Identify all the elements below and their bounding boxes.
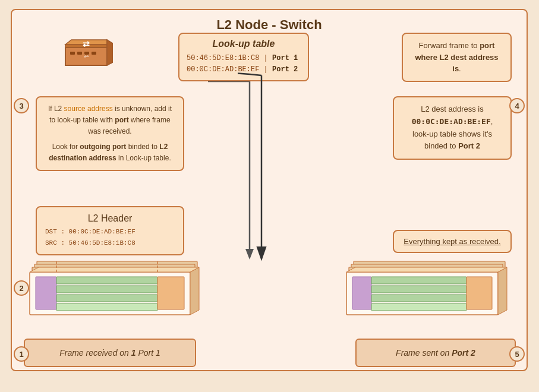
right-frame-stack [341,260,516,337]
l2-header-box: L2 Header DST : 00:0C:DE:AD:BE:EF SRC : … [36,206,184,255]
svg-rect-22 [157,277,184,309]
step-5-circle: 5 [509,346,525,362]
svg-rect-32 [371,277,466,284]
svg-marker-30 [346,267,507,272]
l2-header-title: L2 Header [45,213,175,224]
svg-rect-31 [352,277,371,309]
main-container: L2 Node - Switch ⇄ ⇄ Look-up table 50:46… [11,9,528,371]
lookup-entry-2: 00:0C:DE:AD:BE:EF | Port 2 [187,64,301,75]
bottom-right-label: Frame sent on Port 2 [355,339,516,367]
step3-box: If L2 source address is unknown, add it … [36,96,184,171]
lookup-table-box: Look-up table 50:46:5D:E8:1B:C8 | Port 1… [178,33,309,81]
svg-rect-9 [92,52,96,55]
svg-rect-8 [84,52,89,55]
switch-icon: ⇄ ⇄ [59,33,113,71]
step-4-circle: 4 [509,98,525,113]
forward-box: Forward frame to port where L2 dest addr… [402,33,512,82]
svg-rect-7 [77,52,82,55]
svg-rect-33 [371,286,466,293]
curved-arrow [238,69,285,271]
svg-rect-20 [56,295,157,302]
kept-box: Everything kept as received. [393,230,512,253]
svg-rect-19 [56,286,157,293]
svg-marker-10 [245,249,254,260]
l2-header-src: SRC : 50:46:5D:E8:1B:C8 [45,238,175,249]
step-3-circle: 3 [14,98,29,113]
svg-rect-21 [56,304,157,311]
svg-rect-17 [36,277,56,309]
bottom-left-label: Frame received on 1 Port 1 [24,339,196,367]
svg-rect-6 [70,52,75,55]
l2-header-dst: DST : 00:0C:DE:AD:BE:EF [45,226,175,238]
left-frame-stack [24,260,208,337]
arrow-svg [208,81,291,277]
svg-marker-29 [498,267,507,315]
svg-text:⇄: ⇄ [83,39,90,49]
svg-rect-35 [371,304,466,311]
step-1-circle: 1 [14,346,29,362]
svg-rect-34 [371,295,466,302]
step-2-circle: 2 [14,280,29,296]
svg-marker-3 [107,40,113,65]
lookup-entry-1: 50:46:5D:E8:1B:C8 | Port 1 [187,53,301,64]
lookup-title: Look-up table [187,39,301,49]
svg-marker-15 [190,267,199,315]
svg-rect-18 [56,277,157,284]
svg-rect-36 [466,277,492,309]
svg-marker-16 [30,267,199,272]
step4-box: L2 dest address is 00:0C:DE:AD:BE:EF, lo… [393,96,512,160]
